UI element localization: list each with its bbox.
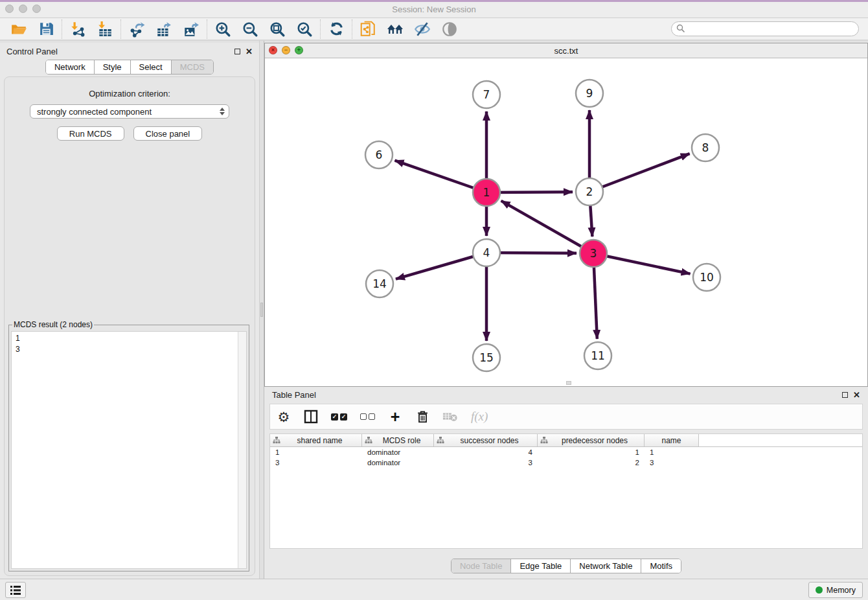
task-history-button[interactable] [5,582,26,598]
tab-motifs[interactable]: Motifs [641,559,681,573]
toolbar-separator [62,19,62,39]
table-cell: 1 [645,447,699,457]
column-header-predecessor-nodes[interactable]: predecessor nodes [538,434,645,446]
network-window-titlebar[interactable]: × − + scc.txt [265,43,867,58]
network-zoom-button[interactable]: + [295,46,303,54]
open-folder-icon [10,21,27,38]
node-label: 3 [590,247,597,260]
table-row[interactable]: 3dominator323 [270,457,862,468]
table-close-icon[interactable]: ✕ [853,391,860,399]
node-label: 2 [586,185,593,198]
optimization-criterion-dropdown[interactable]: strongly connected component [30,104,229,119]
graph-node-2[interactable]: 2 [576,178,603,205]
graph-edge-3-10[interactable] [593,253,691,274]
graph-node-10[interactable]: 10 [693,264,720,291]
node-label: 9 [586,87,593,100]
zoom-in-button[interactable] [209,19,236,39]
import-table-button[interactable] [91,19,119,39]
control-panel: Control Panel ✕ NetworkStyleSelectMCDS O… [0,43,259,579]
show-all-networks-button[interactable] [382,19,409,39]
node-label: 10 [700,271,714,284]
memory-label: Memory [827,586,856,595]
column-header-name[interactable]: name [645,434,699,446]
open-session-button[interactable] [5,19,32,39]
table-cell: dominator [362,457,434,468]
clone-network-button[interactable] [354,19,382,39]
run-mcds-button[interactable]: Run MCDS [57,126,124,141]
zoom-selected-button[interactable] [291,19,318,39]
graph-edge-2-8[interactable] [589,154,690,192]
table-row[interactable]: 1dominator411 [270,447,862,457]
graph-node-6[interactable]: 6 [365,141,393,168]
import-network-icon [69,21,86,38]
canvas-grip[interactable] [566,381,571,385]
result-scrollbar[interactable] [238,332,246,568]
network-minimize-button[interactable]: − [282,46,290,54]
graph-edge-1-6[interactable] [395,161,487,192]
tab-node-table[interactable]: Node Table [451,559,511,573]
export-table-button[interactable] [150,19,177,39]
zoom-out-button[interactable] [236,19,264,39]
table-cell: 3 [645,457,699,468]
network-canvas[interactable]: 7968124314101511 [265,58,867,386]
export-network-icon [128,21,145,38]
network-close-button[interactable]: × [269,46,277,54]
column-header-shared-name[interactable]: shared name [270,434,362,446]
graph-node-9[interactable]: 9 [576,80,603,107]
hide-graphics-details-button[interactable] [409,19,436,39]
graph-node-1[interactable]: 1 [473,179,500,206]
tree-icon [540,437,548,444]
show-graphics-details-button[interactable] [436,19,463,39]
export-image-icon [183,21,200,38]
table-settings-button[interactable]: ⚙ [277,408,291,425]
tab-network[interactable]: Network [46,60,94,74]
tab-select[interactable]: Select [130,60,171,74]
column-header-successor-nodes[interactable]: successor nodes [434,434,538,446]
column-header-mcds-role[interactable]: MCDS role [362,434,434,446]
minimize-window-button[interactable] [19,5,27,13]
table-float-icon[interactable] [842,392,848,398]
close-panel-icon[interactable]: ✕ [246,47,253,56]
select-all-columns-button[interactable]: ✓✓ [331,408,347,425]
add-column-button[interactable]: + [388,408,402,425]
column-header-label: shared name [280,436,359,445]
graph-node-14[interactable]: 14 [366,270,393,297]
deselect-all-columns-button[interactable] [360,408,375,425]
refresh-button[interactable] [323,19,350,39]
graph-node-4[interactable]: 4 [473,239,500,266]
node-label: 1 [483,186,490,199]
application-window: Session: New Session [0,0,868,600]
tab-network-table[interactable]: Network Table [570,559,641,573]
show-columns-button[interactable] [304,408,318,425]
column-header-label: successor nodes [444,436,534,445]
close-window-button[interactable] [5,5,14,13]
fx-icon: f(x) [471,410,488,424]
table-panel-tabs: Node TableEdge TableNetwork TableMotifs [451,559,681,573]
graph-node-7[interactable]: 7 [473,81,500,108]
mcds-result-area[interactable]: 1 3 [11,331,247,569]
search-input[interactable] [671,21,859,36]
zoom-fit-button[interactable] [264,19,291,39]
save-session-button[interactable] [32,19,60,39]
float-panel-icon[interactable] [234,49,240,54]
zoom-selected-icon [296,21,313,38]
network-view-window: × − + scc.txt 7968124314101511 [264,43,868,387]
tab-edge-table[interactable]: Edge Table [510,559,570,573]
function-builder-button-disabled: f(x) [471,408,488,425]
tab-style[interactable]: Style [94,60,130,74]
graph-node-15[interactable]: 15 [473,344,500,371]
maximize-window-button[interactable] [32,5,41,13]
graph-node-8[interactable]: 8 [692,134,719,161]
tab-mcds[interactable]: MCDS [171,60,213,74]
export-network-button[interactable] [123,19,150,39]
graph-edge-3-1[interactable] [501,201,593,253]
graph-node-3[interactable]: 3 [580,240,607,267]
export-image-button[interactable] [177,19,205,39]
panel-splitter[interactable] [259,41,264,579]
close-panel-button[interactable]: Close panel [133,126,203,141]
splitter-grip[interactable] [260,303,263,317]
memory-button[interactable]: Memory [808,582,863,598]
delete-column-button[interactable] [415,408,429,425]
graph-node-11[interactable]: 11 [584,342,611,369]
import-network-button[interactable] [64,19,91,39]
